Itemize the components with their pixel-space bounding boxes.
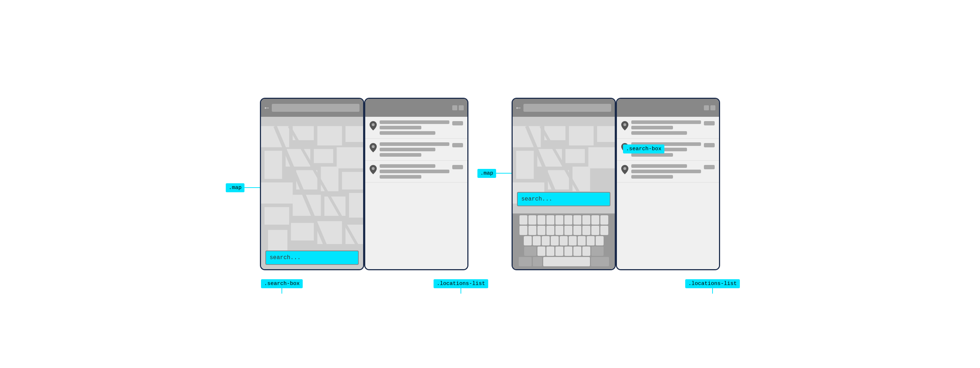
key-delete[interactable] xyxy=(591,246,604,256)
key[interactable] xyxy=(573,215,581,225)
key[interactable] xyxy=(555,246,563,256)
section2-back-arrow-icon: ← xyxy=(516,104,520,112)
key[interactable] xyxy=(533,236,541,246)
section2-header-dot-2 xyxy=(710,105,715,110)
svg-marker-29 xyxy=(282,292,282,293)
section1-loc-lines-2 xyxy=(380,142,449,157)
section2-location-item-1 xyxy=(617,117,719,139)
svg-rect-9 xyxy=(261,182,293,204)
key[interactable] xyxy=(528,215,536,225)
loc-line xyxy=(380,121,449,124)
section2-map-label: .map xyxy=(477,169,496,178)
svg-rect-18 xyxy=(291,223,314,240)
section1-map: search... xyxy=(261,117,363,269)
section2-locations-panel xyxy=(617,117,719,269)
section2-loc-badge-1 xyxy=(704,121,715,125)
loc-line xyxy=(631,131,687,135)
key[interactable] xyxy=(546,226,554,235)
section1-phones-row: ← xyxy=(260,98,468,270)
section1-header-dots xyxy=(452,105,464,110)
key[interactable] xyxy=(538,246,546,256)
svg-rect-3 xyxy=(317,126,342,146)
pin-icon-2 xyxy=(369,143,377,152)
section1-diagram: ← xyxy=(260,98,468,270)
key[interactable] xyxy=(582,215,590,225)
key-shift[interactable] xyxy=(524,246,536,256)
key[interactable] xyxy=(546,215,554,225)
key-emoji[interactable] xyxy=(533,257,542,266)
section1-location-item-3 xyxy=(365,161,467,182)
loc-line xyxy=(380,142,449,146)
key[interactable] xyxy=(600,226,608,235)
section2-left-phone: ← xyxy=(512,98,616,270)
key[interactable] xyxy=(578,236,585,246)
key[interactable] xyxy=(538,215,546,225)
loc-line xyxy=(380,131,435,135)
section2-phones-row: ← xyxy=(512,98,720,270)
section1-locations-annotation: .locations-list xyxy=(461,279,461,293)
svg-rect-4 xyxy=(345,126,363,142)
key[interactable] xyxy=(600,215,608,225)
key[interactable] xyxy=(551,236,558,246)
loc-line xyxy=(631,153,673,157)
keyboard-row-3 xyxy=(514,236,614,246)
loc-line xyxy=(631,164,687,168)
key[interactable] xyxy=(555,215,563,225)
key[interactable] xyxy=(565,226,572,235)
key[interactable] xyxy=(565,215,572,225)
svg-rect-13 xyxy=(265,207,290,225)
section1-location-item-1 xyxy=(365,117,467,139)
svg-rect-17 xyxy=(268,230,288,251)
key[interactable] xyxy=(565,246,572,256)
section2-search-input[interactable]: search... xyxy=(517,192,611,206)
section2-loc-lines-1 xyxy=(631,121,701,135)
keyboard-row-2 xyxy=(514,226,614,235)
keyboard-row-1 xyxy=(514,215,614,225)
loc-badge-2 xyxy=(452,143,463,148)
loc-badge-3 xyxy=(452,165,463,169)
section1-map-label: .map xyxy=(226,183,245,192)
loc-line xyxy=(380,175,422,179)
key[interactable] xyxy=(587,236,595,246)
key[interactable] xyxy=(528,226,536,235)
key[interactable] xyxy=(596,236,604,246)
section1-searchbox-label: .search-box xyxy=(261,279,302,288)
svg-rect-8 xyxy=(337,148,363,168)
section1-loc-lines-3 xyxy=(380,164,449,179)
key[interactable] xyxy=(538,226,546,235)
section2-right-phone xyxy=(616,98,720,270)
key[interactable] xyxy=(519,215,527,225)
key-123[interactable] xyxy=(519,257,532,266)
key[interactable] xyxy=(555,226,563,235)
key[interactable] xyxy=(542,236,550,246)
loc-line xyxy=(380,153,422,157)
svg-rect-40 xyxy=(589,148,615,168)
key[interactable] xyxy=(582,226,590,235)
key[interactable] xyxy=(560,236,568,246)
svg-point-46 xyxy=(624,123,626,126)
svg-rect-7 xyxy=(314,149,333,163)
key[interactable] xyxy=(524,236,532,246)
section2-pin-icon-1 xyxy=(621,121,628,130)
loc-line xyxy=(631,126,673,129)
section2-loc-lines-3 xyxy=(631,164,701,179)
key[interactable] xyxy=(591,215,599,225)
section2-phone-header: ← xyxy=(513,99,615,117)
key[interactable] xyxy=(519,226,527,235)
section1-search-input[interactable]: search... xyxy=(265,251,359,265)
key-space[interactable] xyxy=(543,257,590,266)
key[interactable] xyxy=(582,246,590,256)
section2-loc-badge-3 xyxy=(704,165,715,169)
key[interactable] xyxy=(591,226,599,235)
svg-point-23 xyxy=(372,123,375,126)
loc-line xyxy=(380,148,435,151)
section1-searchbox-annotation: .search-box xyxy=(282,279,282,293)
svg-rect-39 xyxy=(565,149,585,163)
section2-header-dots xyxy=(704,105,715,110)
key[interactable] xyxy=(573,226,581,235)
key[interactable] xyxy=(569,236,577,246)
key[interactable] xyxy=(546,246,554,256)
key-return[interactable] xyxy=(591,257,609,266)
key[interactable] xyxy=(573,246,581,256)
section2-keyboard xyxy=(513,214,615,269)
